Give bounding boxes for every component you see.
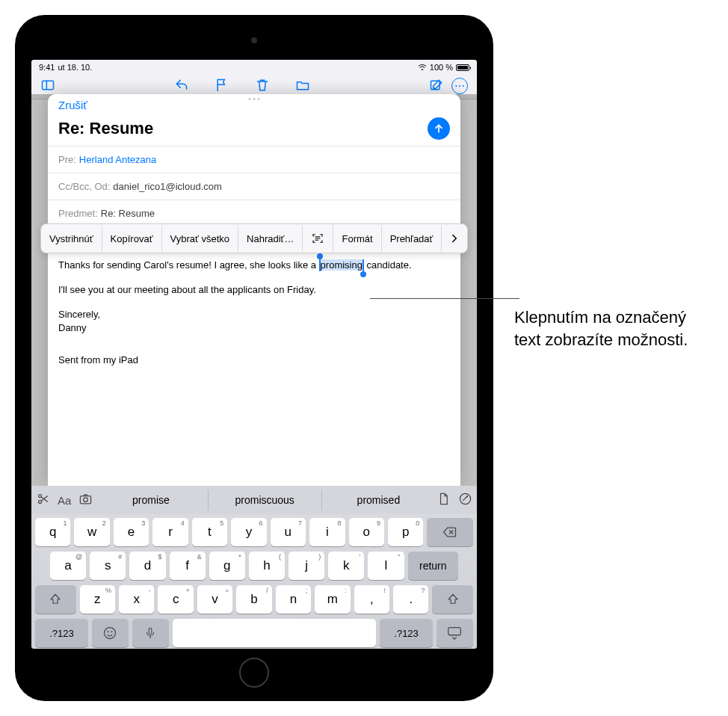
ccbcc-label: Cc/Bcc, Od: [58,181,110,192]
ipad-screen: 9:41 ut 18. 10. 100 % [31,60,477,649]
svg-rect-11 [149,628,152,634]
keyboard-row-3: z%x-c+v=b/n;m:,!.? [35,585,473,614]
keyboard-row-1: q1w2e3r4t5y6u7i8o9p0 [35,518,473,546]
prediction-2[interactable]: promiscuous [208,490,322,510]
cancel-button[interactable]: Zrušiť [58,99,87,111]
body-closing: Sincerely, [58,308,450,322]
prediction-1[interactable]: promise [94,490,207,510]
svg-point-6 [84,497,88,501]
battery-icon [456,64,469,71]
key-l[interactable]: l" [368,552,404,580]
folder-move-icon[interactable] [295,78,310,96]
key-v[interactable]: v= [197,585,232,614]
subject-label: Predmet: [58,208,98,219]
prediction-3[interactable]: promised [322,490,435,510]
compose-title: Re: Resume [58,119,153,138]
key-n[interactable]: n; [276,585,311,614]
sidebar-icon[interactable] [40,78,55,96]
edit-menu: Vystrihnúť Kopírovať Vybrať všetko Nahra… [40,223,468,253]
ellipsis-circle-icon[interactable]: ⋯ [451,78,468,94]
key-t[interactable]: t5 [192,518,227,546]
key-h[interactable]: h( [249,552,285,580]
sheet-grabber[interactable] [249,98,260,100]
key-return[interactable]: return [408,552,458,580]
menu-search[interactable]: Prehľadať [382,226,442,252]
key-b[interactable]: b/ [236,585,271,614]
svg-point-10 [111,632,112,632]
trash-icon[interactable] [255,78,270,96]
key-o[interactable]: o9 [349,518,384,546]
menu-live-text[interactable] [303,224,333,253]
key-e[interactable]: e3 [114,518,149,546]
key-space[interactable] [173,619,376,647]
subject-field[interactable]: Predmet: Re: Resume [48,200,460,226]
flag-icon[interactable] [215,78,229,96]
keyboard-row-2: a@s#d$f&g*h(j)k'l"return [35,552,473,580]
ccbcc-field[interactable]: Cc/Bcc, Od: daniel_rico1@icloud.com [48,173,460,200]
key-x[interactable]: x- [119,585,154,614]
selection-handle-right[interactable] [363,259,364,271]
menu-copy[interactable]: Kopírovať [102,226,162,252]
key-w[interactable]: w2 [74,518,109,546]
keyboard: q1w2e3r4t5y6u7i8o9p0 a@s#d$f&g*h(j)k'l"r… [31,514,477,649]
key-f[interactable]: f& [170,552,206,580]
camera-input-icon[interactable] [78,492,93,509]
reply-icon[interactable] [174,78,189,96]
key-c[interactable]: c+ [158,585,193,614]
ccbcc-value: daniel_rico1@icloud.com [113,181,221,192]
scissors-paste-icon[interactable] [36,492,50,509]
key-z[interactable]: z% [80,585,115,614]
compose-body[interactable]: Hi Herland, Thanks for sending Carol's r… [48,226,460,486]
key-shift-left[interactable] [35,585,76,614]
key-numeric-switch[interactable]: .?123 [35,619,88,647]
key-i[interactable]: i8 [309,518,345,546]
key-q[interactable]: q1 [35,518,70,546]
compose-icon[interactable] [429,78,444,96]
key-dismiss-keyboard[interactable] [437,619,473,647]
ipad-home-button[interactable] [239,658,269,688]
ipad-device-frame: 9:41 ut 18. 10. 100 % [15,15,493,701]
key-j[interactable]: j) [289,552,324,580]
key-emoji[interactable] [92,619,129,647]
key-shift-right[interactable] [432,585,473,614]
keyboard-area: Aa promise promiscuous promised q1w2e3r4… [31,486,477,649]
key-p[interactable]: p0 [388,518,423,546]
selected-text[interactable]: promising [321,259,363,271]
handwrite-icon[interactable] [458,492,472,509]
body-signature: Danny [58,321,450,336]
compose-sheet: Zrušiť Re: Resume Pre: Herland Antezana … [48,94,460,486]
key-y[interactable]: y6 [231,518,266,546]
key-d[interactable]: d$ [129,552,165,580]
wifi-icon [418,63,427,72]
ipad-camera [251,37,257,43]
svg-point-9 [108,632,108,632]
key-.[interactable]: .? [393,585,428,614]
key-m[interactable]: m: [315,585,350,614]
send-button[interactable] [428,117,450,140]
key-a[interactable]: a@ [50,552,86,580]
keyboard-row-4: .?123 .?123 [35,619,473,647]
menu-more[interactable] [442,224,467,253]
key-u[interactable]: u7 [271,518,306,546]
key-,[interactable]: ,! [354,585,389,614]
menu-cut[interactable]: Vystrihnúť [41,226,102,252]
svg-point-4 [39,494,42,497]
key-g[interactable]: g* [209,552,245,580]
key-numeric-switch-right[interactable]: .?123 [380,619,433,647]
text-format-icon[interactable]: Aa [58,494,71,507]
key-k[interactable]: k' [328,552,364,580]
doc-scan-icon[interactable] [437,492,451,509]
to-value: Herland Antezana [79,154,156,165]
menu-replace[interactable]: Nahradiť… [238,226,303,252]
key-dictation[interactable] [132,619,169,647]
key-s[interactable]: s# [90,552,126,580]
to-field[interactable]: Pre: Herland Antezana [48,146,460,173]
status-time: 9:41 [39,63,55,72]
body-line1-after: candidate. [364,259,412,271]
key-r[interactable]: r4 [152,518,188,546]
menu-format[interactable]: Formát [333,226,381,252]
to-label: Pre: [58,154,76,165]
key-backspace[interactable] [427,518,473,546]
menu-select-all[interactable]: Vybrať všetko [162,226,239,252]
status-date: ut 18. 10. [58,63,92,72]
